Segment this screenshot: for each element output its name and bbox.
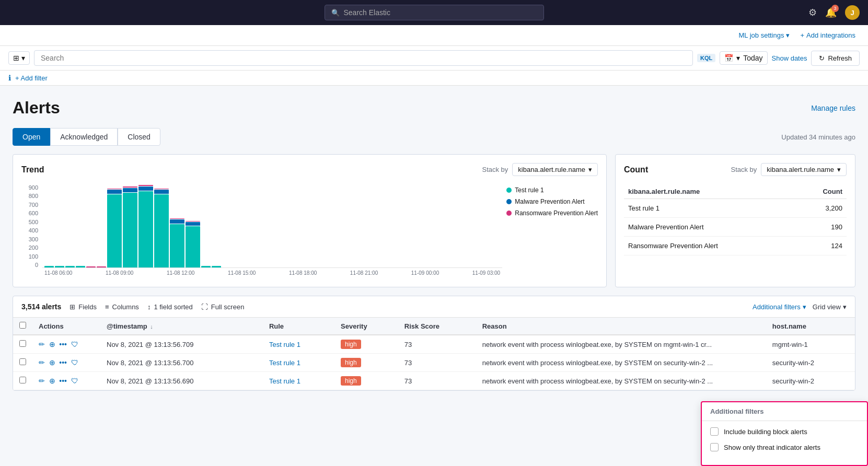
- row-reason-2: network event with process winlogbeat.ex…: [476, 372, 766, 390]
- alerts-count: 3,514 alerts: [21, 302, 61, 311]
- top-nav: 🔍 Search Elastic ⚙ 🔔 3 J: [0, 0, 868, 25]
- risk-score-header: Risk Score: [398, 318, 476, 335]
- row-actions: ✏ ⊕ ••• 🛡: [32, 372, 100, 390]
- manage-rules-link[interactable]: Manage rules: [811, 104, 855, 112]
- nav-right: ⚙ 🔔 3 J: [808, 5, 860, 20]
- search-bar[interactable]: 🔍 Search Elastic: [325, 5, 544, 20]
- investigate-icon[interactable]: ⊕: [49, 377, 55, 385]
- investigate-icon[interactable]: ⊕: [49, 358, 55, 367]
- fullscreen-button[interactable]: ⛶ Full screen: [201, 303, 245, 311]
- search-placeholder: Search Elastic: [344, 8, 390, 17]
- row-actions: ✏ ⊕ ••• 🛡: [32, 354, 100, 372]
- more-icon[interactable]: •••: [59, 377, 67, 385]
- tabs-row: Open Acknowledged Closed Updated 34 minu…: [13, 128, 855, 146]
- sort-icon: ↕: [147, 303, 151, 311]
- trend-stack-by-select[interactable]: kibana.alert.rule.name ▾: [512, 163, 598, 176]
- shield-icon[interactable]: 🛡: [71, 358, 78, 367]
- alerts-data-table: Actions @timestamp ↓ Rule Severity Risk …: [13, 318, 855, 390]
- row-actions: ✏ ⊕ ••• 🛡: [32, 335, 100, 354]
- refresh-button[interactable]: ↻ Refresh: [811, 51, 860, 66]
- sort-button[interactable]: ↕ 1 field sorted: [147, 303, 193, 311]
- edit-icon[interactable]: ✏: [39, 340, 45, 348]
- shield-icon[interactable]: 🛡: [71, 340, 78, 348]
- row-rule-1: Test rule 1: [263, 354, 334, 372]
- count-stack-by: Stack by kibana.alert.rule.name ▾: [731, 163, 847, 176]
- row-risk-2: 73: [398, 372, 476, 390]
- toolbar-right: Additional filters ▾ Grid view ▾: [753, 303, 847, 311]
- sort-asc-icon: ↓: [150, 323, 153, 330]
- refresh-icon: ↻: [819, 54, 825, 62]
- actions-header: Actions: [32, 318, 100, 335]
- additional-filters-button[interactable]: Additional filters ▾: [753, 303, 806, 311]
- settings-icon[interactable]: ⚙: [808, 7, 817, 18]
- grid-view-button[interactable]: Grid view ▾: [813, 303, 847, 311]
- main-content: Alerts Manage rules Open Acknowledged Cl…: [0, 86, 868, 391]
- count-value-1: 190: [797, 218, 847, 237]
- count-row-1: Malware Prevention Alert 190: [624, 218, 847, 237]
- columns-icon: ≡: [105, 303, 109, 311]
- chart-y-axis: 900800700600500 4003002001000: [21, 184, 38, 278]
- count-rule-name-1: Malware Prevention Alert: [624, 218, 797, 237]
- fields-button[interactable]: ⊞ Fields: [70, 303, 97, 311]
- table-icon: ⊞: [13, 54, 19, 62]
- charts-row: Trend Stack by kibana.alert.rule.name ▾ …: [13, 154, 855, 287]
- alerts-table-section: 3,514 alerts ⊞ Fields ≡ Columns ↕ 1 fiel…: [13, 296, 855, 391]
- trend-card-header: Trend Stack by kibana.alert.rule.name ▾: [21, 163, 598, 176]
- fullscreen-icon: ⛶: [201, 303, 208, 311]
- row-timestamp-1: Nov 8, 2021 @ 13:13:56.700: [100, 354, 263, 372]
- edit-icon[interactable]: ✏: [39, 377, 45, 385]
- select-all-header: [13, 318, 32, 335]
- row-severity-1: high: [334, 354, 398, 372]
- more-icon[interactable]: •••: [59, 340, 67, 348]
- secondary-nav: ML job settings ▾ + Add integrations: [0, 25, 868, 46]
- count-card: Count Stack by kibana.alert.rule.name ▾ …: [615, 154, 855, 287]
- tab-acknowledged[interactable]: Acknowledged: [50, 128, 118, 146]
- row-timestamp-2: Nov 8, 2021 @ 13:13:56.690: [100, 372, 263, 390]
- count-rule-name-2: Ransomware Prevention Alert: [624, 237, 797, 255]
- investigate-icon[interactable]: ⊕: [49, 340, 55, 348]
- row-severity-2: high: [334, 372, 398, 390]
- reason-header: Reason: [476, 318, 766, 335]
- chevron-down-icon: ▾: [786, 31, 790, 39]
- add-integrations-link[interactable]: + Add integrations: [800, 31, 855, 39]
- chart-content: 11-08 06:00 11-08 09:00 11-08 12:00 11-0…: [42, 184, 502, 278]
- shield-icon[interactable]: 🛡: [71, 377, 78, 385]
- more-icon[interactable]: •••: [59, 358, 67, 367]
- tab-open[interactable]: Open: [13, 128, 50, 146]
- row-hostname-0: mgmt-win-1: [766, 335, 855, 354]
- chart-x-labels: 11-08 06:00 11-08 09:00 11-08 12:00 11-0…: [42, 268, 502, 276]
- plus-icon: +: [800, 31, 804, 39]
- row-select-checkbox[interactable]: [19, 340, 26, 347]
- trend-title: Trend: [21, 165, 44, 174]
- user-avatar[interactable]: J: [845, 5, 860, 20]
- row-timestamp-0: Nov 8, 2021 @ 13:13:56.709: [100, 335, 263, 354]
- show-dates-button[interactable]: Show dates: [772, 54, 807, 62]
- row-select-checkbox[interactable]: [19, 377, 26, 383]
- edit-icon[interactable]: ✏: [39, 358, 45, 367]
- columns-button[interactable]: ≡ Columns: [105, 303, 139, 311]
- count-value-0: 3,200: [797, 199, 847, 218]
- select-all-checkbox[interactable]: [19, 322, 26, 329]
- date-picker[interactable]: 📅 ▾ Today: [720, 51, 767, 65]
- row-rule-2: Test rule 1: [263, 372, 334, 390]
- row-reason-1: network event with process winlogbeat.ex…: [476, 354, 766, 372]
- count-stack-by-select[interactable]: kibana.alert.rule.name ▾: [761, 163, 847, 176]
- chart-bars: [42, 184, 502, 268]
- search-input[interactable]: [34, 50, 693, 66]
- table-row: ✏ ⊕ ••• 🛡 Nov 8, 2021 @ 13:13:56.690 Tes…: [13, 372, 855, 390]
- notifications-icon[interactable]: 🔔 3: [825, 7, 837, 18]
- page-title: Alerts: [13, 98, 60, 118]
- table-toolbar: 3,514 alerts ⊞ Fields ≡ Columns ↕ 1 fiel…: [13, 296, 855, 318]
- tab-closed[interactable]: Closed: [118, 128, 160, 146]
- add-filter-link[interactable]: + Add filter: [15, 74, 48, 82]
- row-select-checkbox[interactable]: [19, 358, 26, 365]
- table-row: ✏ ⊕ ••• 🛡 Nov 8, 2021 @ 13:13:56.700 Tes…: [13, 354, 855, 372]
- filter-type-toggle[interactable]: ⊞ ▾: [8, 51, 30, 65]
- table-row: ✏ ⊕ ••• 🛡 Nov 8, 2021 @ 13:13:56.709 Tes…: [13, 335, 855, 354]
- ml-job-settings-link[interactable]: ML job settings ▾: [739, 31, 790, 39]
- chevron-down-icon: ▾: [837, 166, 841, 173]
- count-card-header: Count Stack by kibana.alert.rule.name ▾: [624, 163, 847, 176]
- count-table: kibana.alert.rule.name Count Test rule 1…: [624, 184, 847, 255]
- legend-item-1: Malware Prevention Alert: [506, 198, 598, 205]
- row-risk-1: 73: [398, 354, 476, 372]
